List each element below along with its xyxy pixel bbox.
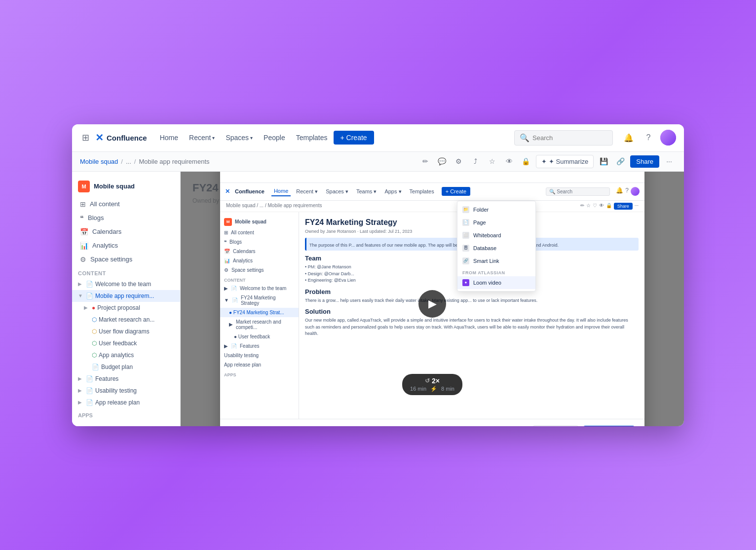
dropdown-page[interactable]: 📄 Page [457, 216, 535, 229]
search-input[interactable] [532, 134, 607, 142]
copy-link-button[interactable]: Copy link [533, 425, 578, 426]
dropdown-smart-link[interactable]: 🔗 Smart Link [457, 255, 535, 267]
inner-calendars[interactable]: 📅Calendars [220, 247, 299, 256]
inner-nav-recent[interactable]: Recent ▾ [294, 187, 320, 196]
branch-icon[interactable]: ⤴ [469, 154, 483, 168]
insert-video-button[interactable]: Insert video [583, 426, 635, 426]
inner-nav-apps[interactable]: Apps ▾ [382, 187, 404, 196]
inner-solution-text: Our new mobile app, called AquaTrack, wi… [305, 317, 639, 337]
modal-overlay[interactable]: FY24 Marketing ↩ 🗑 ✂ ✕ [181, 172, 684, 426]
inner-search[interactable]: 🔍 Search [546, 187, 610, 196]
sidebar-mobile-app-req[interactable]: ▼ 📄 Mobile app requirem... [72, 290, 180, 302]
modal-body: ✕ Confluence Home Recent ▾ Spaces ▾ Team… [220, 183, 644, 419]
scissors-button[interactable]: ✂ [599, 172, 615, 175]
inner-welcome[interactable]: ▶📄 Welcome to the team [220, 284, 299, 293]
space-icon: M [78, 181, 90, 192]
nav-people[interactable]: People [259, 131, 290, 145]
view-icon[interactable]: 👁 [502, 154, 516, 168]
inner-problem-text: There is a grow... help users easily tra… [305, 297, 639, 304]
inner-star-icon[interactable]: ☆ [586, 203, 591, 210]
inner-search-icon: 🔍 [549, 189, 555, 194]
inner-bell-icon[interactable]: 🔔 [616, 187, 623, 196]
inner-market-research-sub[interactable]: ▶ Market research and competi... [220, 317, 299, 332]
dropdown-database[interactable]: 🗄 Database [457, 242, 535, 255]
sidebar-user-feedback[interactable]: ⬡ User feedback [72, 337, 180, 349]
dropdown-folder[interactable]: 📁 Folder [457, 203, 535, 216]
inner-app-release[interactable]: App release plan [220, 360, 299, 369]
summarize-icon: ✦ [541, 158, 547, 165]
inner-heart-icon[interactable]: ♡ [593, 203, 597, 210]
inner-usability[interactable]: Usability testing [220, 351, 299, 360]
sidebar-blogs[interactable]: ❝ Blogs [74, 211, 178, 225]
inner-eye-icon[interactable]: 👁 [599, 203, 604, 210]
nav-recent[interactable]: Recent ▾ [184, 131, 220, 145]
inner-edit-icon[interactable]: ✏ [580, 203, 584, 210]
more-icon[interactable]: ··· [662, 154, 676, 168]
inner-more-icon[interactable]: ··· [635, 203, 639, 210]
undo-button[interactable]: ↩ [560, 172, 575, 175]
sidebar-space-settings[interactable]: ⚙ Space settings [74, 253, 178, 266]
inner-share-btn[interactable]: Share [614, 203, 633, 210]
breadcrumb-actions: ✏ 💬 ⚙ ⤴ ☆ 👁 🔒 ✦ ✦ Summarize 💾 🔗 Share ··… [418, 154, 676, 168]
inner-blogs[interactable]: ❝Blogs [220, 237, 299, 247]
inner-fy24-active[interactable]: ● FY24 Marketing Strat... [220, 308, 299, 317]
nav-logo[interactable]: ✕ Confluence [95, 132, 147, 144]
link-icon[interactable]: 🔗 [613, 154, 627, 168]
comment-icon[interactable]: 💬 [435, 154, 449, 168]
star-icon[interactable]: ☆ [486, 154, 499, 168]
dropdown-whiteboard[interactable]: ⬜ Whiteboard [457, 229, 535, 242]
breadcrumb-ellipsis[interactable]: ... [126, 158, 131, 165]
settings-gear-icon: ⚙ [80, 256, 86, 263]
inner-sidebar-space: M Mobile squad [220, 216, 299, 228]
sidebar-features[interactable]: ▶ 📄 Features [72, 373, 180, 385]
delete-button[interactable]: 🗑 [579, 172, 595, 175]
inner-user-feedback-sub[interactable]: ● User feedback [220, 332, 299, 341]
sidebar-usability[interactable]: ▶ 📄 Usability testing [72, 385, 180, 397]
breadcrumb-space[interactable]: Mobile squad [80, 158, 118, 165]
inner-space-settings[interactable]: ⚙Space settings [220, 265, 299, 275]
sidebar-all-content[interactable]: ⊞ All content [74, 197, 178, 211]
settings-icon[interactable]: ⚙ [452, 154, 466, 168]
main-area: M Mobile squad ⊞ All content ❝ Blogs 📅 C… [72, 172, 684, 426]
sidebar-market-research[interactable]: ⬡ Market research an... [72, 314, 180, 326]
inner-lock-icon[interactable]: 🔒 [606, 203, 612, 210]
grid-icon[interactable]: ⊞ [80, 130, 91, 145]
summarize-button[interactable]: ✦ ✦ Summarize [536, 155, 594, 168]
dropdown-loom[interactable]: ● Loom video [457, 276, 535, 289]
notifications-icon[interactable]: 🔔 [621, 130, 637, 146]
search-box[interactable]: 🔍 [514, 130, 613, 146]
inner-create-btn[interactable]: + Create [442, 187, 471, 196]
inner-avatar[interactable] [631, 187, 640, 196]
close-button[interactable]: ✕ [619, 172, 635, 175]
inner-nav-spaces[interactable]: Spaces ▾ [323, 187, 351, 196]
inner-nav-teams[interactable]: Teams ▾ [354, 187, 379, 196]
edit-icon[interactable]: ✏ [418, 154, 432, 168]
nav-templates[interactable]: Templates [291, 131, 333, 145]
sidebar-welcome[interactable]: ▶ 📄 Welcome to the team [72, 278, 180, 290]
nav-home[interactable]: Home [155, 131, 183, 145]
inner-features[interactable]: ▶📄 Features [220, 341, 299, 351]
inner-nav-home[interactable]: Home [271, 186, 291, 196]
save-icon[interactable]: 💾 [597, 154, 610, 168]
inner-nav-templates[interactable]: Templates [407, 187, 437, 196]
sidebar-user-flow[interactable]: ⬡ User flow diagrams [72, 326, 180, 337]
inner-help-icon[interactable]: ? [625, 187, 629, 196]
blogs-icon: ❝ [80, 214, 84, 222]
sidebar-app-release[interactable]: ▶ 📄 App release plan [72, 397, 180, 408]
space-name: Mobile squad [94, 183, 135, 190]
lock-icon[interactable]: 🔒 [519, 154, 533, 168]
sidebar-app-analytics[interactable]: ⬡ App analytics [72, 349, 180, 361]
sidebar-calendars[interactable]: 📅 Calendars [74, 225, 178, 239]
user-avatar[interactable] [660, 130, 676, 146]
inner-all-content[interactable]: ⊞All content [220, 228, 299, 237]
create-button[interactable]: + Create [334, 131, 374, 145]
share-button[interactable]: Share [630, 155, 659, 168]
sidebar-budget-plan[interactable]: 📄 Budget plan [72, 361, 180, 373]
sidebar-project-proposal[interactable]: ▶ ● Project proposal [72, 302, 180, 314]
sidebar-analytics[interactable]: 📊 Analytics [74, 239, 178, 253]
help-icon[interactable]: ? [641, 130, 656, 146]
nav-spaces[interactable]: Spaces ▾ [221, 131, 258, 145]
inner-mobile-req[interactable]: ▼📄 FY24 Marketing Strategy [220, 293, 299, 308]
inner-analytics[interactable]: 📊Analytics [220, 256, 299, 265]
expand-icon: ▶ [78, 281, 84, 287]
